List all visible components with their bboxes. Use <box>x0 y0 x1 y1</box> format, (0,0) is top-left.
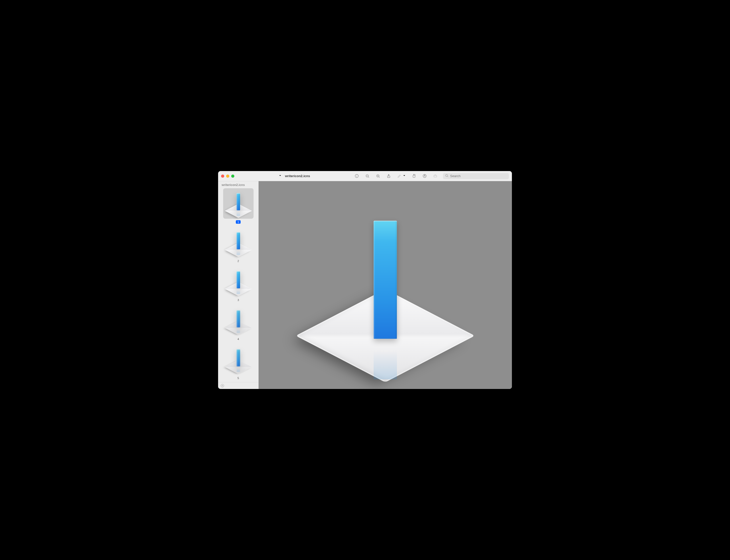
svg-rect-15 <box>434 175 436 177</box>
thumbnail[interactable]: 4 <box>221 305 256 341</box>
thumbnail-image <box>223 266 254 297</box>
svg-rect-13 <box>413 175 415 178</box>
body: writericon2.icns 12345 <box>218 181 512 389</box>
search-input[interactable] <box>450 174 507 178</box>
titlebar: writericon2.icns <box>218 171 512 181</box>
thumbnail-image <box>223 188 254 219</box>
svg-line-6 <box>368 177 369 178</box>
highlight-button[interactable] <box>396 173 402 179</box>
thumbnail-list[interactable]: writericon2.icns 12345 <box>218 181 258 382</box>
toolbox-button[interactable] <box>432 173 438 179</box>
svg-line-9 <box>379 177 379 178</box>
thumbnail[interactable]: 1 <box>221 188 256 224</box>
title-area: writericon2.icns <box>285 174 310 178</box>
sidebar: writericon2.icns 12345 <box>218 181 259 389</box>
traffic-lights <box>221 175 234 178</box>
thumbnail-label: 4 <box>236 337 240 341</box>
chevron-down-icon <box>278 174 282 178</box>
svg-point-4 <box>357 175 357 175</box>
chevron-down-icon[interactable] <box>402 174 406 178</box>
canvas[interactable] <box>259 181 512 389</box>
thumbnail-image <box>223 305 254 336</box>
search-icon <box>445 174 448 178</box>
search-field[interactable] <box>443 173 509 179</box>
thumbnail-label: 1 <box>236 220 240 224</box>
toolbar <box>354 173 509 179</box>
svg-point-16 <box>445 174 447 176</box>
icon-preview <box>294 194 476 376</box>
preview-window: writericon2.icns <box>218 171 512 389</box>
thumbnail[interactable]: 5 <box>221 344 256 380</box>
share-button[interactable] <box>386 173 391 179</box>
zoom-out-button[interactable] <box>365 173 370 179</box>
thumbnail-label: 3 <box>236 298 240 302</box>
add-page-button[interactable] <box>220 383 225 388</box>
svg-line-17 <box>447 176 448 177</box>
zoom-in-button[interactable] <box>375 173 381 179</box>
sidebar-footer <box>218 382 258 389</box>
markup-button[interactable] <box>422 173 427 179</box>
thumbnail[interactable]: 2 <box>221 227 256 263</box>
thumbnail-image <box>223 344 254 375</box>
rotate-button[interactable] <box>411 173 417 179</box>
thumbnail-image <box>223 227 254 258</box>
thumbnail[interactable]: 3 <box>221 266 256 302</box>
sidebar-toggle[interactable] <box>278 174 282 178</box>
close-button[interactable] <box>221 175 224 178</box>
thumbnail-label: 2 <box>236 259 240 263</box>
info-button[interactable] <box>354 173 360 179</box>
thumbnail-label: 5 <box>236 376 240 380</box>
sidebar-title: writericon2.icns <box>221 183 256 188</box>
minimize-button[interactable] <box>226 175 229 178</box>
zoom-button[interactable] <box>231 175 234 178</box>
window-title: writericon2.icns <box>285 174 310 178</box>
